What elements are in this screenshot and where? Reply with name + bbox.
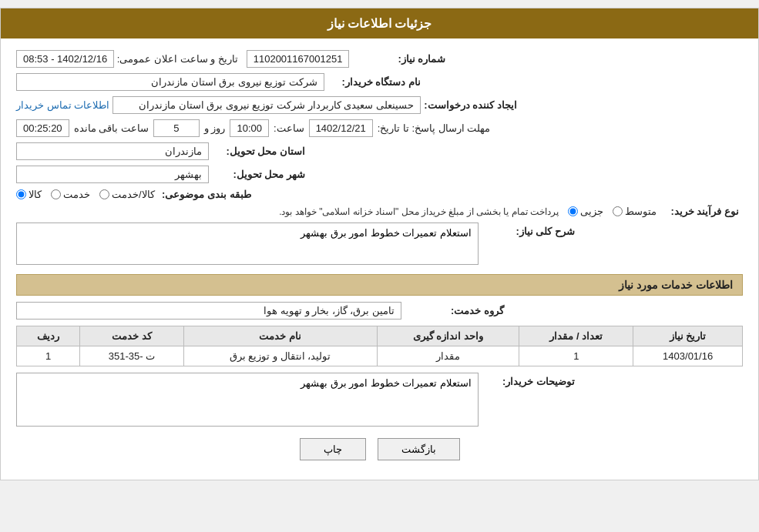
deadline-days-label: روز و bbox=[204, 122, 226, 134]
province-value: مازندران bbox=[16, 142, 209, 160]
need-desc-textarea[interactable] bbox=[16, 223, 479, 265]
deadline-remaining: 00:25:20 bbox=[16, 119, 69, 137]
purchase-type-radio-medium-label: متوسط bbox=[625, 206, 657, 217]
page-wrapper: جزئیات اطلاعات نیاز شماره نیاز: 11020011… bbox=[0, 8, 759, 480]
category-radio-khidmat-input[interactable] bbox=[51, 189, 61, 199]
col-need-date: تاریخ نیاز bbox=[633, 326, 743, 346]
category-row: طبقه بندی موضوعی: کالا/خدمت خدمت کالا bbox=[16, 189, 743, 200]
buyer-org-row: نام دستگاه خریدار: شرکت توزیع نیروی برق … bbox=[16, 73, 743, 91]
cell-unit: مقدار bbox=[377, 346, 519, 366]
buyer-org-label: نام دستگاه خریدار: bbox=[324, 76, 425, 88]
cell-quantity: 1 bbox=[519, 346, 633, 366]
need-desc-label: شرح کلی نیاز: bbox=[479, 223, 579, 237]
services-table: تاریخ نیاز تعداد / مقدار واحد اندازه گیر… bbox=[16, 326, 743, 366]
purchase-type-radio-group: متوسط جزیی bbox=[568, 206, 657, 217]
buyer-notes-label: توضیحات خریدار: bbox=[479, 373, 579, 387]
purchase-type-row: نوع فرآیند خرید: متوسط جزیی پرداخت تمام … bbox=[16, 206, 743, 217]
deadline-date: 1402/12/21 bbox=[309, 119, 373, 137]
back-button[interactable]: بازگشت bbox=[378, 438, 460, 460]
col-quantity: تعداد / مقدار bbox=[519, 326, 633, 346]
category-radio-kala-label: کالا bbox=[29, 189, 42, 200]
col-service-name: نام خدمت bbox=[183, 326, 377, 346]
category-radio-kala[interactable]: کالا bbox=[16, 189, 42, 200]
purchase-type-label: نوع فرآیند خرید: bbox=[666, 206, 743, 217]
buyer-notes-row: توضیحات خریدار: bbox=[16, 373, 743, 427]
col-row-num: ردیف bbox=[17, 326, 80, 346]
category-radio-kala-khidmat-input[interactable] bbox=[99, 189, 109, 199]
purchase-type-radio-jozii[interactable]: جزیی bbox=[568, 206, 603, 217]
cell-service-name: تولید، انتقال و توزیع برق bbox=[183, 346, 377, 366]
creator-row: ایجاد کننده درخواست: حسینعلی سعیدی کاربر… bbox=[16, 96, 743, 114]
purchase-type-radio-medium[interactable]: متوسط bbox=[613, 206, 657, 217]
purchase-type-note: پرداخت تمام یا بخشی از مبلغ خریداز محل "… bbox=[16, 206, 559, 217]
cell-need-date: 1403/01/16 bbox=[633, 346, 743, 366]
creator-label: ایجاد کننده درخواست: bbox=[421, 99, 521, 111]
category-radio-group: کالا/خدمت خدمت کالا bbox=[16, 189, 155, 200]
deadline-remaining-label: ساعت باقی مانده bbox=[74, 122, 149, 134]
city-value: بهشهر bbox=[16, 166, 209, 183]
purchase-type-radio-medium-input[interactable] bbox=[613, 206, 623, 216]
content-area: شماره نیاز: 1102001167001251 تاریخ و ساع… bbox=[1, 38, 758, 480]
deadline-time-label: ساعت: bbox=[274, 122, 304, 134]
city-row: شهر محل تحویل: بهشهر bbox=[16, 166, 743, 183]
city-label: شهر محل تحویل: bbox=[209, 169, 309, 180]
services-section-title: اطلاعات خدمات مورد نیاز bbox=[16, 274, 743, 296]
category-radio-kala-input[interactable] bbox=[16, 189, 26, 199]
cell-row-num: 1 bbox=[17, 346, 80, 366]
page-title: جزئیات اطلاعات نیاز bbox=[327, 17, 432, 30]
category-radio-kala-khidmat-label: کالا/خدمت bbox=[112, 189, 155, 200]
purchase-type-radio-jozii-input[interactable] bbox=[568, 206, 578, 216]
need-desc-row: شرح کلی نیاز: bbox=[16, 223, 743, 265]
group-service-value: تامین برق، گاز، بخار و تهویه هوا bbox=[16, 302, 401, 320]
purchase-type-radio-jozii-label: جزیی bbox=[580, 206, 603, 217]
page-header: جزئیات اطلاعات نیاز bbox=[1, 8, 758, 38]
cell-service-code: ت -35-351 bbox=[80, 346, 183, 366]
need-number-label: شماره نیاز: bbox=[349, 53, 449, 65]
category-label: طبقه بندی موضوعی: bbox=[155, 189, 255, 200]
print-button[interactable]: چاپ bbox=[300, 438, 366, 460]
buttons-row: بازگشت چاپ bbox=[16, 438, 743, 460]
announce-date-value: 1402/12/16 - 08:53 bbox=[16, 50, 114, 68]
deadline-days: 5 bbox=[153, 119, 200, 137]
announce-date-label: تاریخ و ساعت اعلان عمومی: bbox=[117, 53, 238, 65]
col-unit: واحد اندازه گیری bbox=[377, 326, 519, 346]
category-radio-khidmat-label: خدمت bbox=[63, 189, 90, 200]
need-number-row: شماره نیاز: 1102001167001251 تاریخ و ساع… bbox=[16, 50, 743, 68]
category-radio-khidmat[interactable]: خدمت bbox=[51, 189, 90, 200]
creator-value: حسینعلی سعیدی کاربردار شرکت توزیع نیروی … bbox=[113, 96, 421, 114]
table-row: 1403/01/16 1 مقدار تولید، انتقال و توزیع… bbox=[17, 346, 743, 366]
col-service-code: کد خدمت bbox=[80, 326, 183, 346]
buyer-notes-textarea[interactable] bbox=[16, 373, 479, 427]
group-service-label: گروه خدمت: bbox=[408, 305, 508, 316]
buyer-org-value: شرکت توزیع نیروی برق استان مازندران bbox=[16, 73, 324, 91]
group-service-row: گروه خدمت: تامین برق، گاز، بخار و تهویه … bbox=[16, 302, 743, 320]
contact-link[interactable]: اطلاعات تماس خریدار bbox=[16, 99, 109, 111]
deadline-label: مهلت ارسال پاسخ: تا تاریخ: bbox=[378, 122, 491, 134]
category-radio-kala-khidmat[interactable]: کالا/خدمت bbox=[99, 189, 155, 200]
province-label: استان محل تحویل: bbox=[209, 146, 309, 157]
deadline-time: 10:00 bbox=[230, 119, 269, 137]
province-row: استان محل تحویل: مازندران bbox=[16, 142, 743, 160]
need-number-value: 1102001167001251 bbox=[247, 50, 350, 68]
deadline-row: مهلت ارسال پاسخ: تا تاریخ: 1402/12/21 سا… bbox=[16, 119, 743, 137]
